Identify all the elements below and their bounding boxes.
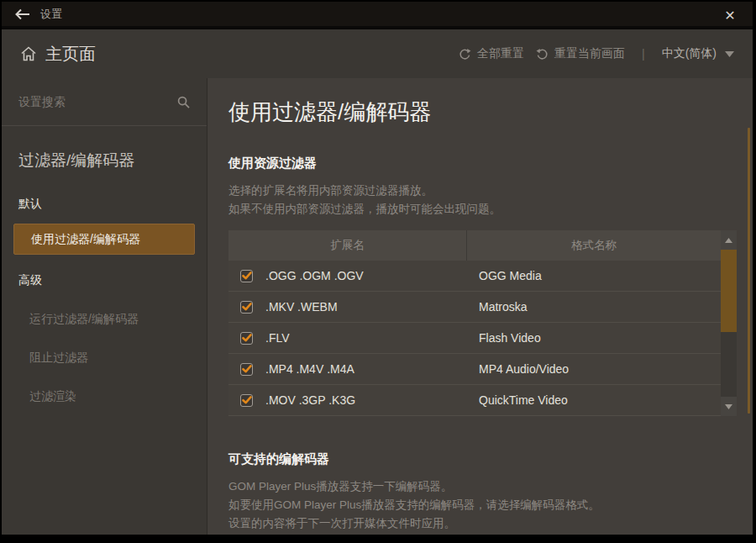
table-row[interactable]: .MOV .3GP .K3GQuickTime Video [228,385,721,416]
sidebar-item-use-filters-codecs[interactable]: 使用过滤器/编解码器 [13,224,195,255]
extension-cell: .MKV .WEBM [228,300,467,314]
checkmark-icon [242,396,252,404]
sidebar-item-filter-rendering[interactable]: 过滤渲染 [2,389,207,404]
section2-heading: 可支持的编解码器 [228,451,753,467]
format-label: Flash Video [467,331,721,345]
scroll-down-icon [725,404,732,409]
header-divider: | [642,47,645,61]
table-header-row: 扩展名 格式名称 [228,230,721,261]
settings-search-box[interactable] [2,78,207,126]
back-arrow-icon [15,8,30,20]
page-header: 主页面 全部重置 重置当前画面 [2,29,753,78]
home-icon [20,45,37,62]
table-scrollbar-track[interactable] [721,250,737,397]
reset-current-button[interactable]: 重置当前画面 [536,46,625,61]
table-row[interactable]: .MP4 .M4V .M4AMP4 Audio/Video [228,354,721,385]
sidebar-nav: 过滤器/编解码器 默认 使用过滤器/编解码器 高级 运行过滤器/编解码器 阻止过… [2,126,207,404]
section2-desc-line3: 设置的内容将于下一次打开媒体文件时应用。 [228,514,753,533]
extension-checkbox[interactable] [240,301,253,314]
extension-checkbox[interactable] [240,363,253,376]
extension-label: .MKV .WEBM [265,300,338,314]
extension-checkbox[interactable] [240,394,253,407]
checkmark-icon [242,334,252,342]
table-row[interactable]: .MKV .WEBMMatroska [228,292,721,323]
extension-checkbox[interactable] [240,332,253,345]
checkmark-icon [242,365,252,373]
table-row[interactable]: .OGG .OGM .OGVOGG Media [228,261,721,292]
column-header-format[interactable]: 格式名称 [467,230,721,261]
titlebar-title: 设置 [40,7,62,22]
sidebar: 过滤器/编解码器 默认 使用过滤器/编解码器 高级 运行过滤器/编解码器 阻止过… [2,78,207,535]
sidebar-group-advanced: 高级 [2,273,207,288]
sidebar-item-run-filters-codecs[interactable]: 运行过滤器/编解码器 [2,312,207,327]
main-content: 使用过滤器/编解码器 使用资源过滤器 选择的扩展名将用内部资源过滤器播放。 如果… [207,78,753,535]
checkmark-icon [242,272,252,280]
sidebar-group-default: 默认 [2,197,207,212]
extension-checkbox[interactable] [240,270,253,282]
format-label: MP4 Audio/Video [467,362,721,376]
table-scrollbar [721,230,737,416]
reset-all-icon [459,48,471,61]
column-header-extension[interactable]: 扩展名 [228,230,467,261]
extension-label: .MP4 .M4V .M4A [265,362,354,376]
titlebar: 设置 ✕ [2,2,753,29]
extension-cell: .MOV .3GP .K3G [228,393,467,407]
close-button[interactable]: ✕ [719,5,741,25]
settings-window: 设置 ✕ 主页面 全部重置 [2,2,753,535]
scroll-up-icon [725,238,732,243]
close-icon: ✕ [724,8,735,24]
reset-all-label: 全部重置 [477,46,524,61]
table-scroll-down-button[interactable] [721,397,737,416]
sidebar-section-title: 过滤器/编解码器 [2,150,207,171]
section1-heading: 使用资源过滤器 [228,156,753,171]
format-label: QuickTime Video [467,393,721,407]
sidebar-item-label: 阻止过滤器 [29,351,88,364]
chevron-down-icon [725,51,734,57]
language-selected-value: 中文(简体) [662,46,717,61]
reset-current-label: 重置当前画面 [554,46,625,61]
language-dropdown[interactable]: 中文(简体) [662,46,734,61]
header-home[interactable]: 主页面 [20,43,96,66]
extension-cell: .FLV [228,331,467,345]
format-label: Matroska [467,300,721,314]
checkmark-icon [242,303,252,311]
reset-current-icon [536,48,549,61]
extension-cell: .MP4 .M4V .M4A [228,362,467,376]
section2-desc-line2: 如要使用GOM Player Plus播放器支持的编解码器，请选择编解码器格式。 [228,496,753,514]
extension-cell: .OGG .OGM .OGV [228,269,467,282]
sidebar-item-label: 过滤渲染 [29,389,76,403]
table-row[interactable]: .FLVFlash Video [228,323,721,354]
page-header-title: 主页面 [45,43,96,66]
sidebar-item-label: 运行过滤器/编解码器 [29,312,139,325]
back-button[interactable] [12,4,34,24]
table-scrollbar-thumb[interactable] [721,250,737,332]
section1-desc-line1: 选择的扩展名将用内部资源过滤器播放。 [228,182,753,200]
search-icon [177,96,190,108]
sidebar-item-label: 使用过滤器/编解码器 [31,232,140,247]
table-scroll-up-button[interactable] [721,230,737,250]
extension-table: 扩展名 格式名称 .OGG .OGM .OGVOGG Media.MKV .WE… [228,230,737,416]
sidebar-item-block-filters[interactable]: 阻止过滤器 [2,351,207,366]
content-title: 使用过滤器/编解码器 [228,98,753,127]
section1-desc-line2: 如果不使用内部资源过滤器，播放时可能会出现问题。 [228,200,753,219]
search-input[interactable] [18,95,172,108]
page-scrollbar-thumb[interactable] [748,128,750,414]
extension-label: .OGG .OGM .OGV [265,269,364,282]
extension-label: .MOV .3GP .K3G [265,393,355,407]
format-label: OGG Media [467,269,721,282]
section2-desc-line1: GOM Player Plus播放器支持一下编解码器。 [228,477,753,496]
extension-label: .FLV [265,331,290,345]
reset-all-button[interactable]: 全部重置 [459,46,524,61]
